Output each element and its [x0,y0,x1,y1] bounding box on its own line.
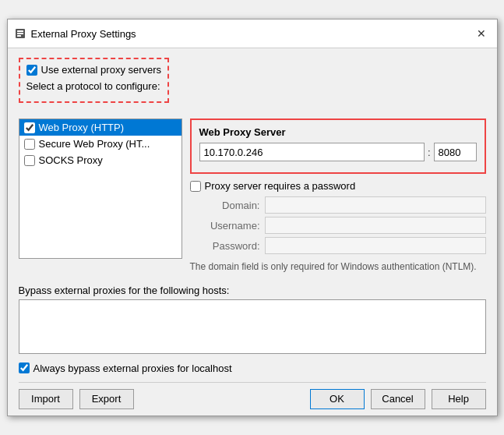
bypass-localhost-label[interactable]: Always bypass external proxies for local… [33,362,232,374]
domain-label: Domain: [206,200,260,211]
requires-password-label[interactable]: Proxy server requires a password [205,180,356,192]
bypass-localhost-checkbox[interactable] [19,362,30,373]
main-area: Web Proxy (HTTP) Secure Web Proxy (HT...… [19,118,486,277]
svg-rect-3 [17,35,21,37]
import-button[interactable]: Import [19,389,73,409]
auth-note: The domain field is only required for Wi… [190,259,486,277]
bypass-textarea[interactable] [19,299,486,354]
bypass-section: Bypass external proxies for the followin… [19,285,486,356]
svg-rect-1 [17,30,23,32]
protocol-checkbox-secure-web-proxy[interactable] [24,139,35,150]
cancel-button[interactable]: Cancel [371,389,425,409]
server-box-title: Web Proxy Server [199,126,477,138]
export-button[interactable]: Export [79,389,134,409]
protocol-list-box: Web Proxy (HTTP) Secure Web Proxy (HT...… [19,118,182,259]
dialog-content: Use external proxy servers Select a prot… [8,48,497,416]
btn-group-right: OK Cancel Help [310,389,486,409]
localhost-row: Always bypass external proxies for local… [19,362,486,374]
ok-button[interactable]: OK [310,389,365,409]
server-box: Web Proxy Server : [190,118,486,174]
username-row: Username: [206,217,486,234]
server-input-row: : [199,143,477,161]
username-input[interactable] [265,217,486,234]
protocol-checkbox-socks-proxy[interactable] [24,155,35,166]
password-label: Password: [206,240,260,252]
title-bar-left: External Proxy Settings [14,27,136,40]
protocol-label-socks-proxy: SOCKS Proxy [39,154,103,166]
bypass-label: Bypass external proxies for the followin… [19,285,486,296]
protocol-left-panel: Web Proxy (HTTP) Secure Web Proxy (HT...… [19,118,182,277]
use-external-checkbox[interactable] [26,65,37,76]
protocol-label-secure-web-proxy: Secure Web Proxy (HT... [39,138,150,150]
protocol-item-web-proxy[interactable]: Web Proxy (HTTP) [19,119,182,136]
auth-fields: Domain: Username: Password: [206,196,486,254]
password-row-fields: Password: [206,237,486,254]
settings-icon [14,27,26,40]
domain-input[interactable] [265,196,486,214]
domain-row: Domain: [206,196,486,214]
protocol-label-web-proxy: Web Proxy (HTTP) [39,122,125,133]
bottom-buttons: Import Export OK Cancel Help [19,382,486,409]
right-panel: Web Proxy Server : Proxy server requires… [190,118,486,277]
btn-group-left: Import Export [19,389,134,409]
use-external-label[interactable]: Use external proxy servers [41,64,162,76]
title-bar: External Proxy Settings ✕ [8,19,497,48]
protocol-item-socks-proxy[interactable]: SOCKS Proxy [19,152,182,168]
username-label: Username: [206,220,260,232]
use-external-section: Use external proxy servers Select a prot… [19,58,170,103]
close-button[interactable]: ✕ [472,24,491,43]
protocol-item-secure-web-proxy[interactable]: Secure Web Proxy (HT... [19,136,182,152]
proxy-host-input[interactable] [199,143,425,161]
svg-rect-2 [17,33,23,34]
use-external-row: Use external proxy servers [26,64,162,76]
colon-separator: : [428,147,431,158]
protocol-checkbox-web-proxy[interactable] [24,122,35,133]
help-button[interactable]: Help [432,389,486,409]
requires-password-checkbox[interactable] [190,181,201,192]
external-proxy-dialog: External Proxy Settings ✕ Use external p… [7,19,498,416]
proxy-port-input[interactable] [434,143,477,161]
dialog-title: External Proxy Settings [31,28,136,40]
select-protocol-label: Select a protocol to configure: [26,80,162,92]
password-row: Proxy server requires a password [190,180,486,192]
password-input[interactable] [265,237,486,254]
